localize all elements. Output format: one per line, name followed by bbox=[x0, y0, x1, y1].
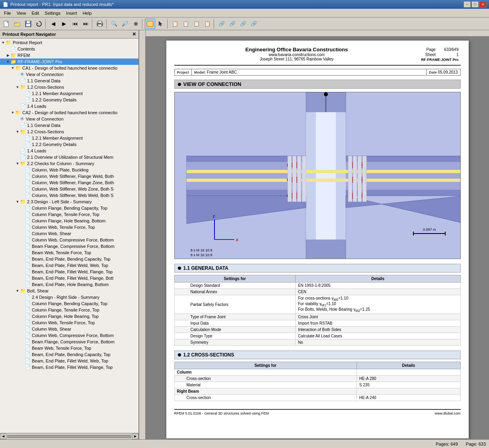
expand-icon[interactable]: ▼ bbox=[15, 161, 20, 166]
list-item[interactable]: 📄 Beam Web, Tensile Force, Top bbox=[0, 345, 138, 351]
minimize-button[interactable]: − bbox=[464, 1, 471, 8]
list-item[interactable]: 📄 Column Flange, Tensile Force, Top bbox=[0, 307, 138, 313]
toolbar-refresh-button[interactable] bbox=[34, 19, 44, 29]
toolbar-link1-button[interactable]: 🔗 bbox=[216, 19, 227, 29]
tree-item-ca2-2.4[interactable]: ▼ 📁 Bolt, Shear bbox=[0, 288, 138, 294]
tree-item-ca1[interactable]: ▼ 📁 CA1 - Design of bolted haunched knee… bbox=[0, 65, 138, 71]
document-scroll-area[interactable]: Engineering Office Bavaria Constructions… bbox=[146, 37, 489, 439]
menu-file[interactable]: File bbox=[2, 10, 14, 16]
toolbar-copy1-button[interactable]: 📋 bbox=[170, 19, 180, 29]
expand-icon[interactable]: ▼ bbox=[15, 288, 20, 293]
nav-tree[interactable]: ▼ 📁 Printout Report 📄 Contents ▶ 📁 RFEM bbox=[0, 39, 138, 433]
list-item[interactable]: 📄 Beam, End Plate, Fillet Weld, Flange, … bbox=[0, 269, 138, 275]
expand-icon[interactable]: ▼ bbox=[15, 85, 20, 90]
expand-icon[interactable]: ▼ bbox=[10, 66, 15, 70]
list-item[interactable]: 📄 Column Flange, Tensile Force, Top bbox=[0, 211, 138, 218]
toolbar-link4-button[interactable]: 🔗 bbox=[249, 19, 259, 29]
toolbar-copy4-button[interactable]: 📋 bbox=[202, 19, 212, 29]
list-item[interactable]: 📄 Column Web, Compressive Force, Bottom bbox=[0, 332, 138, 339]
list-item[interactable]: 📄 Column, Web Stiffener, Web Zone, Both … bbox=[0, 186, 138, 192]
list-item[interactable]: 📄 Column Web, Shear bbox=[0, 230, 138, 237]
toolbar-open-button[interactable] bbox=[12, 19, 23, 29]
list-item[interactable]: 📄 Beam Flange, Compressive Force, Bottom bbox=[0, 243, 138, 249]
tree-item-contents[interactable]: 📄 Contents bbox=[0, 46, 138, 52]
expand-icon[interactable]: ▼ bbox=[10, 110, 15, 115]
list-item[interactable]: 📄 Column, Web Plate, Buckling bbox=[0, 167, 138, 173]
tree-item-ca2-view[interactable]: 👁 View of Connection bbox=[0, 116, 138, 122]
tree-item-ca2-1.2[interactable]: ▼ 📁 1.2 Cross-Sections bbox=[0, 129, 138, 135]
menu-help[interactable]: Help bbox=[80, 10, 94, 16]
list-item[interactable]: 📄 Beam, End Plate, Fillet Weld, Flange, … bbox=[0, 364, 138, 370]
tree-item-ca1-view[interactable]: 👁 View of Connection bbox=[0, 71, 138, 78]
list-item[interactable]: 📄 Column Flange, Hole Bearing, Top bbox=[0, 313, 138, 319]
menu-settings[interactable]: Settings bbox=[42, 10, 63, 16]
tree-item-ca2-1.1[interactable]: 📄 1.1 General Data bbox=[0, 122, 138, 129]
close-button[interactable]: ✕ bbox=[479, 1, 487, 8]
toolbar-copy2-button[interactable]: 📋 bbox=[181, 19, 191, 29]
tree-item-ca2-2.1[interactable]: 📄 2.1 Overview of Utilization of Structu… bbox=[0, 154, 138, 160]
document-area[interactable]: Engineering Office Bavaria Constructions… bbox=[139, 30, 489, 439]
toolbar-last-button[interactable]: ⏭ bbox=[80, 19, 91, 29]
list-item[interactable]: 📄 Column, Web Stiffener, Web Weld, Both … bbox=[0, 192, 138, 199]
tree-item-ca2-1.2.2[interactable]: 📄 1.2.2 Geometry Details bbox=[0, 141, 138, 148]
list-item[interactable]: 📄 Beam, End Plate, Fillet Weld, Flange, … bbox=[0, 275, 138, 281]
expand-icon[interactable]: ▼ bbox=[1, 40, 6, 45]
navigator-close-button[interactable]: ✕ bbox=[132, 31, 136, 37]
toolbar-forward-button[interactable]: ▶ bbox=[59, 19, 69, 29]
tree-item-ca2-2.3[interactable]: ▼ 📁 2.3 Design - Left Side - Summary bbox=[0, 199, 138, 205]
list-item[interactable]: 📄 Beam, End Plate, Fillet Weld, Web, Top bbox=[0, 358, 138, 364]
list-item[interactable]: 📄 Beam, End Plate, Bending Capacity, Top bbox=[0, 351, 138, 358]
tree-item-ca2-1.4[interactable]: 📄 1.4 Loads bbox=[0, 148, 138, 154]
tree-item-ca1-1.4[interactable]: 📄 1.4 Loads bbox=[0, 103, 138, 109]
list-item[interactable]: 📄 Column Web, Tensile Force, Top bbox=[0, 319, 138, 326]
menu-view[interactable]: View bbox=[14, 10, 29, 16]
list-item[interactable]: 📄 Column Web, Compressive Force, Bottom bbox=[0, 237, 138, 243]
tree-item-ca1-1.2.2[interactable]: 📄 1.2.2 Geometry Details bbox=[0, 97, 138, 103]
tree-item-ca2[interactable]: ▼ 📁 CA2 - Design of bolted haunched knee… bbox=[0, 109, 138, 116]
tree-item-ca2-1.2.1[interactable]: 📄 1.2.1 Member Assignment bbox=[0, 135, 138, 141]
list-item[interactable]: 📄 Column Flange, Hole Bearing, Bottom bbox=[0, 218, 138, 224]
toolbar-zoom-button[interactable]: ⊕ bbox=[131, 19, 141, 29]
expand-icon[interactable]: ▼ bbox=[15, 129, 20, 134]
menu-edit[interactable]: Edit bbox=[29, 10, 41, 16]
toolbar-link3-button[interactable]: 🔗 bbox=[238, 19, 248, 29]
tree-item-printout[interactable]: ▼ 📁 Printout Report bbox=[0, 39, 138, 46]
list-item[interactable]: 📄 Column, Web Stiffener, Flange Weld, Bo… bbox=[0, 173, 138, 179]
toolbar-search-button[interactable]: 🔍 bbox=[109, 19, 119, 29]
tree-item-ca1-1.1[interactable]: 📄 1.1 General Data bbox=[0, 78, 138, 84]
maximize-button[interactable]: □ bbox=[471, 1, 479, 8]
list-item[interactable]: 📄 Beam, End Plate, Bending Capacity, Top bbox=[0, 256, 138, 262]
nav-scrollbar-h[interactable]: ◀ ▶ bbox=[0, 433, 138, 439]
table-cell: Cross-section bbox=[174, 395, 357, 401]
toolbar-back-button[interactable]: ◀ bbox=[48, 19, 58, 29]
list-item[interactable]: 📄 Column, Web Stiffener, Flange Zone, Bo… bbox=[0, 179, 138, 186]
toolbar-link2-button[interactable]: 🔗 bbox=[227, 19, 238, 29]
list-item[interactable]: 📄 Beam Web, Tensile Force, Top bbox=[0, 249, 138, 256]
tree-item-ca1-1.2[interactable]: ▼ 📁 1.2 Cross-Sections bbox=[0, 84, 138, 90]
list-item[interactable]: 📄 2.4 Design - Right Side - Summary bbox=[0, 294, 138, 300]
list-item[interactable]: 📄 Column Flange, Bending Capacity, Top bbox=[0, 300, 138, 307]
tree-item-ca2-2.2[interactable]: ▼ 📁 2.2 Checks for Column - Summary bbox=[0, 160, 138, 167]
expand-icon[interactable]: ▼ bbox=[6, 59, 10, 64]
toolbar-new-button[interactable] bbox=[2, 19, 12, 29]
tree-item-rf-frame-joint[interactable]: ▼ 📁 RF-FRAME-JOINT Pro bbox=[0, 58, 138, 65]
menu-insert[interactable]: Insert bbox=[64, 10, 80, 16]
tree-item-ca1-1.2.1[interactable]: 📄 1.2.1 Member Assignment bbox=[0, 90, 138, 97]
list-item[interactable]: 📄 Column Web, Shear bbox=[0, 326, 138, 332]
list-item[interactable]: 📄 Column Web, Tensile Force, Top bbox=[0, 224, 138, 230]
list-item[interactable]: 📄 Beam, End Plate, Hole Bearing, Bottom bbox=[0, 281, 138, 288]
svg-rect-62 bbox=[302, 156, 306, 202]
expand-icon[interactable]: ▼ bbox=[15, 199, 20, 204]
list-item[interactable]: 📄 Column Flange, Bending Capacity, Top bbox=[0, 205, 138, 211]
tree-item-rfem[interactable]: ▶ 📁 RFEM bbox=[0, 52, 138, 58]
toolbar-print-button[interactable] bbox=[95, 19, 105, 29]
toolbar-first-button[interactable]: ⏮ bbox=[70, 19, 80, 29]
list-item[interactable]: 📄 Beam, End Plate, Fillet Weld, Web, Top bbox=[0, 262, 138, 269]
toolbar-save-button[interactable] bbox=[23, 19, 33, 29]
toolbar-copy3-button[interactable]: 📋 bbox=[191, 19, 202, 29]
toolbar-pointer-button[interactable] bbox=[156, 19, 166, 29]
toolbar-select-button[interactable] bbox=[145, 19, 155, 29]
toolbar-search2-button[interactable]: 🔎 bbox=[120, 19, 130, 29]
expand-icon[interactable]: ▶ bbox=[6, 53, 10, 58]
list-item[interactable]: 📄 Beam Flange, Compressive Force, Bottom bbox=[0, 339, 138, 345]
